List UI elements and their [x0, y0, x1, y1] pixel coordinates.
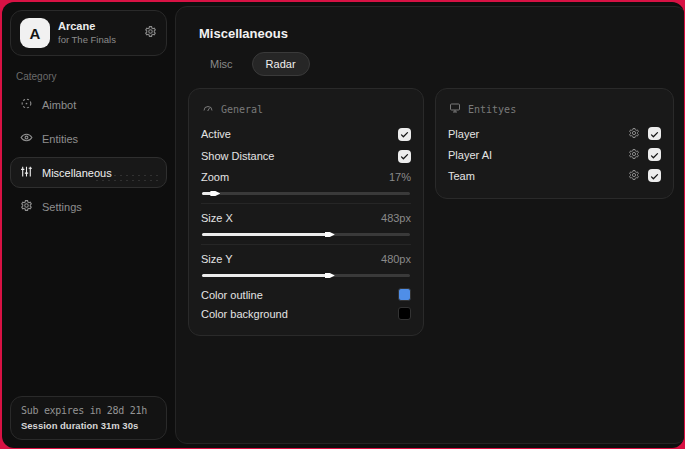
page-title: Miscellaneous: [199, 26, 674, 41]
app-settings-button[interactable]: [144, 24, 157, 42]
toggle-row-active: Active: [201, 123, 411, 145]
entities-icon: [20, 131, 33, 146]
color-outline-swatch[interactable]: [398, 288, 411, 301]
gear-icon: [20, 199, 33, 214]
toggle-label: Active: [201, 128, 231, 140]
team-checkbox[interactable]: [648, 169, 661, 182]
gear-icon: [628, 146, 640, 164]
general-panel: General Active Show Distance Z: [188, 88, 424, 336]
player-checkbox[interactable]: [648, 127, 661, 140]
active-checkbox[interactable]: [398, 128, 411, 141]
sidebar-item-entities[interactable]: Entities: [10, 123, 167, 154]
category-label: Category: [16, 71, 161, 82]
sliders-icon: [20, 165, 33, 180]
crosshair-icon: [20, 97, 33, 112]
slider-value: 17%: [389, 171, 411, 183]
entity-label: Team: [448, 170, 475, 182]
slider-group-size-y: Size Y 480px: [201, 244, 411, 277]
slider-thumb[interactable]: [210, 189, 220, 198]
slider-value: 483px: [381, 212, 411, 224]
sub-expires-text: Sub expires in 28d 21h: [21, 405, 156, 416]
zoom-slider[interactable]: [202, 192, 410, 195]
gauge-icon: [202, 102, 214, 116]
size-x-slider[interactable]: [202, 233, 410, 236]
color-background-swatch[interactable]: [398, 307, 411, 320]
gear-icon: [628, 167, 640, 185]
tab-bar: Misc Radar: [196, 52, 674, 76]
gear-icon: [628, 125, 640, 143]
main-panel: Miscellaneous Misc Radar General Active: [175, 6, 684, 444]
entities-panel-header: Entityes: [449, 102, 661, 116]
gear-icon: [144, 24, 157, 42]
app-title-block: Arcane for The Finals: [58, 20, 116, 46]
color-row-outline: Color outline: [201, 285, 411, 304]
entity-row-team: Team: [448, 165, 661, 186]
session-duration-text: Session duration 31m 30s: [21, 420, 156, 431]
subscription-card: Sub expires in 28d 21h Session duration …: [10, 396, 167, 440]
entity-label: Player AI: [448, 149, 492, 161]
sidebar-item-label: Entities: [42, 133, 78, 145]
show-distance-checkbox[interactable]: [398, 150, 411, 163]
player-ai-checkbox[interactable]: [648, 148, 661, 161]
check-icon: [650, 167, 659, 185]
app-subtitle: for The Finals: [58, 34, 116, 46]
check-icon: [650, 146, 659, 164]
app-window: A Arcane for The Finals Category Aimbot …: [2, 2, 684, 448]
toggle-row-show-distance: Show Distance: [201, 145, 411, 167]
color-label: Color outline: [201, 289, 263, 301]
entity-label: Player: [448, 128, 479, 140]
slider-group-zoom: Zoom 17%: [201, 167, 411, 195]
slider-group-size-x: Size X 483px: [201, 203, 411, 236]
color-label: Color background: [201, 308, 288, 320]
sidebar-item-miscellaneous[interactable]: Miscellaneous: [10, 157, 167, 188]
team-settings-button[interactable]: [628, 167, 640, 185]
toggle-label: Show Distance: [201, 150, 274, 162]
sidebar-item-settings[interactable]: Settings: [10, 191, 167, 222]
slider-label: Zoom: [201, 171, 229, 183]
monitor-icon: [449, 102, 461, 116]
player-ai-settings-button[interactable]: [628, 146, 640, 164]
sidebar-item-label: Aimbot: [42, 99, 76, 111]
entities-panel: Entityes Player Player AI: [435, 88, 674, 199]
app-name: Arcane: [58, 20, 116, 34]
entity-row-player-ai: Player AI: [448, 144, 661, 165]
size-y-slider[interactable]: [202, 274, 410, 277]
general-panel-header: General: [202, 102, 411, 116]
entities-panel-title: Entityes: [468, 104, 516, 115]
entity-row-player: Player: [448, 123, 661, 144]
slider-value: 480px: [381, 253, 411, 265]
slider-thumb[interactable]: [325, 230, 335, 239]
sidebar: A Arcane for The Finals Category Aimbot …: [2, 2, 175, 448]
player-settings-button[interactable]: [628, 125, 640, 143]
tab-radar[interactable]: Radar: [252, 52, 310, 76]
check-icon: [650, 125, 659, 143]
sidebar-item-aimbot[interactable]: Aimbot: [10, 89, 167, 120]
slider-thumb[interactable]: [325, 271, 335, 280]
color-row-background: Color background: [201, 304, 411, 323]
tab-misc[interactable]: Misc: [196, 52, 247, 76]
check-icon: [400, 147, 409, 165]
slider-label: Size Y: [201, 253, 233, 265]
general-panel-title: General: [221, 104, 263, 115]
sidebar-item-label: Settings: [42, 201, 82, 213]
slider-label: Size X: [201, 212, 233, 224]
app-logo: A: [20, 18, 50, 48]
app-header-card: A Arcane for The Finals: [10, 10, 167, 56]
check-icon: [400, 125, 409, 143]
sidebar-item-label: Miscellaneous: [42, 167, 112, 179]
